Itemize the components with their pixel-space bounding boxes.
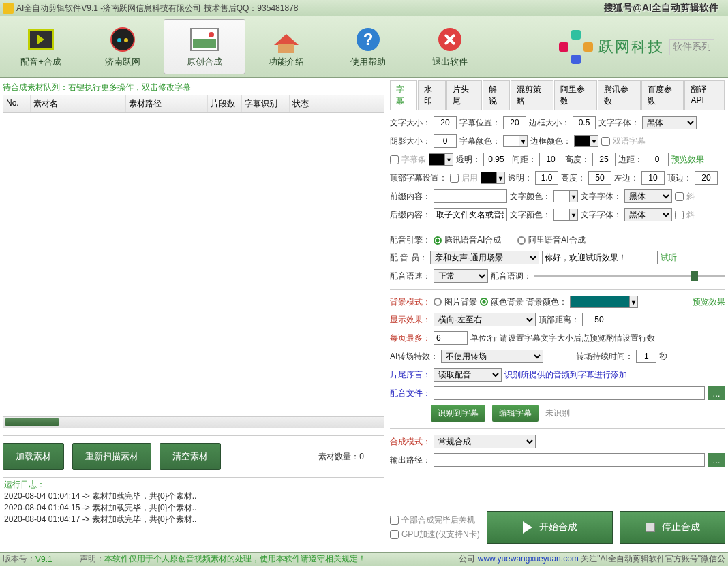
tool-help[interactable]: ? 使用帮助 — [327, 19, 409, 74]
duration-input[interactable] — [636, 350, 656, 363]
clear-material-button[interactable]: 清空素材 — [160, 443, 221, 470]
preview-link[interactable]: 预览效果 — [671, 154, 704, 166]
tool-dub-compose[interactable]: 配音+合成 — [0, 19, 82, 74]
audio-file-input[interactable] — [434, 386, 705, 400]
maxline-input[interactable] — [434, 331, 468, 345]
enable-label: 启用 — [461, 172, 478, 184]
col-name[interactable]: 素材名 — [31, 95, 126, 112]
tone-slider[interactable] — [534, 275, 725, 277]
bg-preview-link[interactable]: 预览效果 — [693, 296, 725, 308]
horizontal-scrollbar[interactable] — [3, 416, 384, 428]
prefix-input[interactable] — [434, 189, 507, 203]
tab-narration[interactable]: 解说 — [483, 80, 510, 110]
engine-tencent-radio[interactable] — [434, 236, 442, 245]
font-select[interactable]: 黑体 — [642, 116, 697, 129]
logo-block: 跃网科技 软件系列 — [559, 19, 728, 74]
speed-select[interactable]: 正常 — [434, 269, 488, 283]
bg-mode-label: 背景模式： — [390, 296, 431, 308]
engine-ali-label[interactable]: 阿里语音AI合成 — [528, 234, 585, 246]
subtitle-color-picker[interactable]: ▾ — [503, 135, 528, 147]
prefix-font-select[interactable]: 黑体 — [624, 189, 672, 203]
height-input[interactable] — [592, 153, 616, 166]
top-opacity-input[interactable] — [535, 171, 558, 185]
shutdown-checkbox[interactable] — [390, 516, 399, 525]
bg-color-label[interactable]: 颜色背景 — [491, 296, 524, 308]
suffix-font-select[interactable]: 黑体 — [624, 208, 672, 221]
tool-jinan-yuewang[interactable]: 济南跃网 — [82, 19, 164, 74]
bg-color-radio[interactable] — [480, 298, 488, 306]
browse-audio-button[interactable]: ... — [708, 386, 725, 400]
border-color-picker[interactable]: ▾ — [574, 135, 598, 147]
company-logo-icon — [559, 30, 593, 64]
top-enable-checkbox[interactable] — [450, 174, 459, 183]
edit-subtitle-button[interactable]: 编辑字幕 — [492, 405, 539, 422]
suffix-color-picker[interactable]: ▾ — [553, 209, 578, 221]
load-material-button[interactable]: 加载素材 — [3, 443, 64, 470]
top-height-input[interactable] — [588, 171, 611, 185]
tab-tencent-params[interactable]: 腾讯参数 — [598, 80, 641, 110]
engine-ali-radio[interactable] — [517, 236, 526, 245]
suffix-italic-checkbox[interactable] — [675, 211, 684, 219]
col-no[interactable]: No. — [3, 95, 31, 112]
bg-color-picker[interactable]: ▾ — [570, 296, 638, 308]
opacity-input[interactable] — [483, 153, 509, 166]
bg-image-label[interactable]: 图片背景 — [444, 296, 477, 308]
queue-header-row: No. 素材名 素材路径 片段数 字幕识别 状态 — [3, 95, 384, 113]
gpu-option[interactable]: GPU加速(仅支持N卡) — [390, 529, 480, 540]
prefix-italic-checkbox[interactable] — [675, 192, 684, 201]
browse-output-button[interactable]: ... — [708, 453, 725, 467]
try-voice-link[interactable]: 试听 — [661, 252, 677, 264]
font-size-input[interactable] — [434, 116, 457, 129]
tab-translate-api[interactable]: 翻译API — [684, 80, 725, 110]
voice-sample-input[interactable] — [542, 251, 658, 264]
col-segments[interactable]: 片段数 — [208, 95, 242, 112]
suffix-input[interactable] — [434, 208, 507, 221]
clip-select[interactable]: 读取配音 — [434, 368, 502, 382]
col-recognition[interactable]: 字幕识别 — [242, 95, 290, 112]
bar-color-picker[interactable]: ▾ — [429, 153, 453, 166]
transition-select[interactable]: 不使用转场 — [441, 350, 543, 363]
material-queue-table[interactable]: No. 素材名 素材路径 片段数 字幕识别 状态 — [3, 95, 384, 436]
bg-image-radio[interactable] — [434, 298, 442, 306]
shutdown-option[interactable]: 全部合成完毕后关机 — [390, 514, 480, 526]
tab-subtitle[interactable]: 字幕 — [390, 80, 417, 110]
start-compose-button[interactable]: 开始合成 — [487, 511, 613, 544]
logo-circle-icon — [106, 26, 139, 53]
border-input[interactable] — [573, 116, 596, 129]
left-input[interactable] — [641, 171, 665, 185]
rescan-material-button[interactable]: 重新扫描素材 — [72, 443, 151, 470]
position-input[interactable] — [503, 116, 526, 129]
top-dist-input[interactable] — [582, 313, 616, 326]
display-select[interactable]: 横向-左至右 — [434, 313, 536, 326]
topm-input[interactable] — [695, 171, 718, 185]
tab-head-tail[interactable]: 片头尾 — [446, 80, 482, 110]
tool-exit[interactable]: 退出软件 — [409, 19, 491, 74]
queue-body[interactable] — [3, 113, 384, 416]
subtitle-bar-checkbox[interactable] — [390, 155, 399, 164]
engine-tencent-label[interactable]: 腾讯语音AI合成 — [444, 234, 501, 246]
queue-hint: 待合成素材队列：右键执行更多操作，双击修改字幕 — [3, 80, 384, 95]
bilingual-checkbox[interactable] — [601, 137, 610, 146]
tool-original-compose[interactable]: 原创合成 — [164, 19, 245, 74]
company-url[interactable]: www.yuewangxueyuan.com — [478, 554, 579, 564]
voice-select[interactable]: 亲和女声-通用场景 — [430, 251, 539, 264]
recognize-subtitle-button[interactable]: 识别到字幕 — [431, 405, 485, 422]
tab-mix-strategy[interactable]: 混剪策略 — [511, 80, 553, 110]
tool-features[interactable]: 功能介绍 — [245, 19, 327, 74]
col-path[interactable]: 素材路径 — [126, 95, 208, 112]
prefix-color-picker[interactable]: ▾ — [553, 190, 578, 202]
tab-watermark[interactable]: 水印 — [418, 80, 445, 110]
margin-input[interactable] — [646, 153, 669, 166]
compose-mode-select[interactable]: 常规合成 — [434, 435, 536, 448]
shadow-input[interactable] — [434, 134, 457, 148]
stop-compose-button[interactable]: 停止合成 — [620, 511, 725, 544]
compose-mode-label: 合成模式： — [390, 436, 431, 448]
gpu-checkbox[interactable] — [390, 530, 399, 539]
col-status[interactable]: 状态 — [290, 95, 344, 112]
spacing-input[interactable] — [539, 153, 562, 166]
output-path-input[interactable] — [434, 453, 705, 467]
top-dist-label: 顶部距离： — [539, 314, 579, 326]
tab-baidu-params[interactable]: 百度参数 — [641, 80, 684, 110]
top-color-picker[interactable]: ▾ — [481, 172, 505, 184]
tab-ali-params[interactable]: 阿里参数 — [554, 80, 597, 110]
